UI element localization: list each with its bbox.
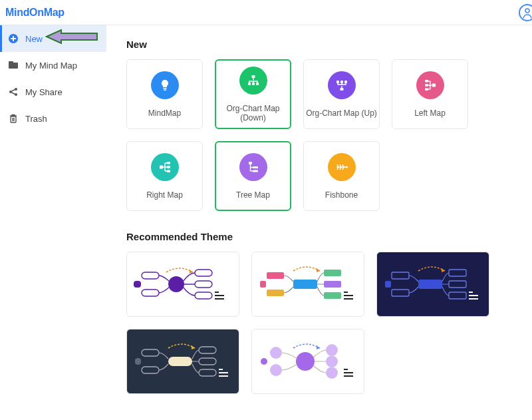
- svg-rect-53: [449, 281, 466, 288]
- svg-rect-16: [336, 81, 339, 83]
- template-card-tree[interactable]: Tree Map: [215, 141, 291, 211]
- org-up-icon: [328, 71, 356, 99]
- user-icon: [521, 6, 532, 19]
- card-label: Right Map: [146, 190, 183, 200]
- svg-rect-25: [167, 166, 170, 168]
- svg-rect-40: [293, 280, 317, 289]
- theme-preview-icon: [130, 255, 236, 314]
- card-label: Org-Chart Map (Down): [216, 104, 290, 122]
- avatar[interactable]: [519, 4, 532, 21]
- card-label: Org-Chart Map (Up): [306, 108, 377, 118]
- tree-map-icon: [239, 153, 267, 181]
- svg-rect-29: [253, 170, 258, 172]
- svg-rect-8: [11, 116, 16, 122]
- svg-rect-22: [425, 88, 428, 91]
- org-down-icon: [239, 67, 267, 95]
- svg-point-6: [15, 88, 17, 91]
- svg-rect-27: [249, 162, 252, 164]
- theme-card-light-purple-mindmap[interactable]: [251, 329, 364, 394]
- theme-card-colorful-mindmap[interactable]: [251, 252, 364, 317]
- svg-point-70: [326, 367, 338, 379]
- left-map-icon: [416, 71, 444, 99]
- fishbone-icon: [328, 153, 356, 181]
- svg-rect-50: [392, 290, 409, 296]
- svg-rect-62: [199, 369, 216, 376]
- svg-rect-37: [195, 281, 212, 288]
- svg-point-32: [168, 276, 184, 292]
- sidebar-item-my-share[interactable]: My Share: [0, 79, 106, 105]
- theme-preview-icon: [380, 255, 486, 314]
- theme-cards: [126, 252, 525, 394]
- logo[interactable]: MindOnMap: [5, 7, 65, 19]
- theme-card-dark-mindmap[interactable]: [376, 252, 489, 317]
- svg-rect-28: [253, 166, 258, 168]
- svg-rect-14: [256, 83, 259, 85]
- svg-rect-41: [267, 272, 284, 279]
- svg-rect-56: [168, 357, 192, 366]
- section-title-themes: Recommended Theme: [126, 231, 525, 242]
- template-card-mindmap[interactable]: MindMap: [126, 59, 203, 129]
- svg-rect-35: [134, 281, 141, 288]
- svg-point-67: [261, 358, 267, 365]
- template-card-left[interactable]: Left Map: [392, 59, 468, 129]
- svg-rect-12: [248, 83, 251, 85]
- template-card-org-up[interactable]: Org-Chart Map (Up): [303, 59, 380, 129]
- svg-rect-61: [199, 358, 216, 365]
- svg-rect-26: [167, 170, 170, 172]
- section-title-new: New: [126, 39, 525, 50]
- share-icon: [8, 87, 19, 97]
- svg-rect-20: [425, 80, 428, 83]
- card-label: Fishbone: [325, 190, 358, 200]
- theme-preview-icon: [130, 332, 236, 391]
- svg-rect-44: [324, 270, 341, 276]
- svg-rect-38: [195, 292, 212, 299]
- svg-rect-10: [164, 89, 166, 91]
- template-card-org-down[interactable]: Org-Chart Map (Down): [215, 59, 291, 129]
- bulb-icon: [151, 71, 179, 99]
- svg-rect-48: [418, 280, 442, 289]
- svg-point-66: [270, 364, 282, 376]
- sidebar-item-label: Trash: [25, 114, 47, 124]
- svg-point-69: [326, 355, 338, 367]
- svg-point-65: [270, 347, 282, 359]
- card-label: Tree Map: [236, 190, 270, 200]
- svg-rect-19: [432, 83, 436, 87]
- svg-rect-54: [449, 292, 466, 299]
- template-card-fishbone[interactable]: Fishbone: [303, 141, 380, 211]
- theme-card-purple-mindmap[interactable]: [126, 252, 239, 317]
- sidebar-item-label: My Share: [25, 87, 63, 97]
- sidebar-item-label: My Mind Map: [25, 61, 77, 71]
- trash-icon: [8, 113, 19, 124]
- folder-icon: [8, 60, 19, 71]
- svg-rect-21: [425, 84, 428, 87]
- sidebar-item-my-mind-map[interactable]: My Mind Map: [0, 52, 106, 79]
- plus-circle-icon: [8, 33, 19, 44]
- svg-rect-15: [340, 88, 343, 91]
- svg-rect-60: [199, 347, 216, 353]
- svg-rect-43: [260, 281, 266, 288]
- svg-rect-4: [9, 61, 13, 64]
- card-label: Left Map: [414, 108, 446, 118]
- svg-rect-13: [252, 83, 255, 85]
- svg-rect-42: [267, 290, 284, 296]
- svg-rect-24: [167, 162, 170, 164]
- svg-rect-17: [340, 81, 343, 83]
- template-cards: MindMap Org-Chart Map (Down) Org-Chart M…: [126, 59, 525, 211]
- app-header: MindOnMap: [0, 0, 532, 25]
- svg-rect-11: [251, 75, 255, 78]
- theme-card-navy-mindmap[interactable]: [126, 329, 239, 394]
- sidebar-item-label: New: [25, 34, 43, 44]
- svg-rect-9: [163, 88, 166, 89]
- svg-point-64: [296, 352, 315, 371]
- svg-rect-18: [344, 81, 347, 83]
- sidebar-item-trash[interactable]: Trash: [0, 105, 106, 132]
- svg-point-7: [15, 93, 17, 96]
- svg-marker-2: [47, 30, 97, 43]
- main-content: New MindMap Org-Chart Map (Down): [106, 25, 532, 420]
- svg-rect-33: [142, 272, 159, 279]
- svg-rect-52: [449, 270, 466, 276]
- card-label: MindMap: [148, 108, 181, 118]
- svg-rect-49: [392, 272, 409, 279]
- template-card-right[interactable]: Right Map: [126, 141, 203, 211]
- sidebar-item-new[interactable]: New: [0, 25, 106, 52]
